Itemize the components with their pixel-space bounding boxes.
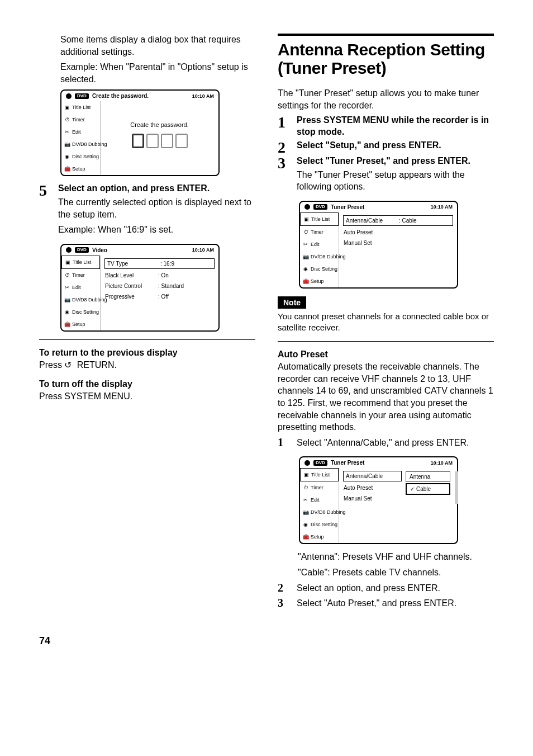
sidebar-label: Title List bbox=[73, 259, 91, 265]
page-number: 74 bbox=[39, 635, 494, 647]
disc-icon: ◉ bbox=[64, 309, 70, 315]
setup-icon: 🧰 bbox=[64, 322, 70, 327]
timer-icon: ⏱ bbox=[302, 229, 309, 235]
screenshot-sidebar: ▣Title List ⏱Timer ✂Edit 📷DV/D8 Dubbing … bbox=[61, 256, 101, 330]
step-desc: The "Tuner Preset" setup appears with th… bbox=[297, 169, 494, 193]
screenshot-tuner-preset: DVD Tuner Preset 10:10 AM ▣Title List ⏱T… bbox=[299, 201, 458, 289]
sidebar-label: Edit bbox=[311, 497, 320, 503]
step-2: 2 Select "Setup," and press ENTER. bbox=[278, 140, 494, 155]
sidebar-label: Setup bbox=[311, 278, 324, 284]
screenshot-tuner-options: DVD Tuner Preset 10:10 AM ▣Title List ⏱T… bbox=[299, 456, 458, 544]
row-label: Progressive bbox=[105, 294, 158, 300]
auto-note-1: "Antenna": Presets VHF and UHF channels. bbox=[298, 551, 494, 563]
step-title: Press SYSTEM MENU while the recorder is … bbox=[297, 115, 494, 138]
sidebar-label: Disc Setting bbox=[72, 309, 99, 315]
separator bbox=[39, 339, 255, 340]
check-icon: ✓ bbox=[410, 486, 415, 492]
step-number: 1 bbox=[278, 437, 290, 448]
sidebar-label: Disc Setting bbox=[311, 522, 337, 527]
auto-note-2: "Cable": Presets cable TV channels. bbox=[298, 566, 494, 579]
separator bbox=[278, 341, 494, 342]
sidebar-label: Title List bbox=[72, 105, 91, 110]
off-text: Press SYSTEM MENU. bbox=[39, 390, 255, 403]
return-icon: ↺ bbox=[64, 359, 74, 371]
sidebar-label: Timer bbox=[72, 117, 85, 122]
off-heading: To turn off the display bbox=[39, 379, 255, 389]
screenshot-video: DVD Video 10:10 AM ▣Title List ⏱Timer ✂E… bbox=[60, 244, 220, 332]
step-text: Select "Antenna/Cable," and press ENTER. bbox=[297, 437, 494, 449]
step-3: 3 Select "Tuner Preset," and press ENTER… bbox=[278, 155, 494, 196]
screenshot-time: 10:10 AM bbox=[192, 93, 214, 99]
disc-icon: ◉ bbox=[64, 154, 70, 159]
dubbing-icon: 📷 bbox=[64, 141, 70, 147]
note-text: You cannot preset channels for a connect… bbox=[278, 311, 494, 334]
screenshot-title: Tuner Preset bbox=[331, 204, 364, 210]
screenshot-create-password: DVD Create the password. 10:10 AM ▣Title… bbox=[60, 89, 220, 176]
dubbing-icon: 📷 bbox=[302, 509, 309, 515]
screenshot-title: Create the password. bbox=[92, 93, 149, 99]
auto-step-3: 3 Select "Auto Preset," and press ENTER. bbox=[278, 597, 494, 613]
step-number: 1 bbox=[278, 115, 290, 130]
sidebar-label: Timer bbox=[311, 485, 323, 490]
screenshot-sidebar: ▣Title List ⏱Timer ✂Edit 📷DV/D8 Dubbing … bbox=[61, 101, 101, 175]
dubbing-icon: 📷 bbox=[64, 297, 70, 303]
row-value: : Cable bbox=[399, 218, 450, 224]
step-desc: The currently selected option is display… bbox=[58, 196, 255, 220]
sidebar-label: Setup bbox=[311, 534, 324, 540]
row-label: Manual Set bbox=[344, 240, 397, 246]
row-value: : 16:9 bbox=[160, 261, 212, 267]
section-rule bbox=[278, 34, 494, 36]
main-heading: Antenna Reception Setting (Tuner Preset) bbox=[278, 40, 494, 77]
page-columns: Some items display a dialog box that req… bbox=[39, 34, 494, 613]
screenshot-time: 10:10 AM bbox=[192, 247, 214, 253]
screenshot-time: 10:10 AM bbox=[431, 204, 453, 210]
password-boxes bbox=[132, 134, 188, 148]
row-value: : Standard bbox=[158, 283, 214, 289]
edit-icon: ✂ bbox=[302, 497, 309, 503]
screenshot-time: 10:10 AM bbox=[431, 460, 453, 466]
step-title: Select "Setup," and press ENTER. bbox=[297, 140, 494, 152]
row-value: : Off bbox=[158, 294, 214, 300]
sidebar-label: Edit bbox=[311, 242, 320, 247]
setup-icon: 🧰 bbox=[64, 166, 70, 172]
dvd-badge: DVD bbox=[75, 93, 89, 99]
row-label: Antenna/Cable bbox=[346, 473, 399, 479]
screenshot-sidebar: ▣Title List ⏱Timer ✂Edit 📷DV/D8 Dubbing … bbox=[300, 468, 339, 543]
rec-dot-icon bbox=[66, 93, 72, 99]
left-column: Some items display a dialog box that req… bbox=[39, 34, 255, 613]
step-5: 5 Select an option, and press ENTER. The… bbox=[39, 183, 255, 239]
sidebar-label: Timer bbox=[311, 229, 323, 235]
edit-icon: ✂ bbox=[64, 285, 70, 290]
sidebar-label: Title List bbox=[311, 472, 330, 478]
timer-icon: ⏱ bbox=[64, 117, 70, 122]
password-prompt: Create the password. bbox=[130, 121, 189, 128]
return-heading: To return to the previous display bbox=[39, 348, 255, 358]
screenshot-title: Video bbox=[92, 247, 107, 253]
intro-text-1: Some items display a dialog box that req… bbox=[60, 34, 255, 58]
timer-icon: ⏱ bbox=[302, 485, 309, 490]
row-label: Auto Preset bbox=[344, 485, 397, 491]
title-list-icon: ▣ bbox=[303, 472, 310, 478]
sidebar-label: Disc Setting bbox=[72, 154, 99, 159]
sidebar-label: Title List bbox=[311, 216, 330, 222]
step-number: 2 bbox=[278, 582, 290, 593]
step-number: 2 bbox=[278, 140, 290, 155]
sidebar-label: Disc Setting bbox=[311, 266, 337, 272]
screenshot-sidebar: ▣Title List ⏱Timer ✂Edit 📷DV/D8 Dubbing … bbox=[300, 212, 339, 287]
auto-text: Automatically presets the receivable cha… bbox=[278, 361, 494, 433]
step-1: 1 Press SYSTEM MENU while the recorder i… bbox=[278, 115, 494, 140]
rec-dot-icon bbox=[304, 460, 310, 466]
title-list-icon: ▣ bbox=[64, 105, 70, 110]
row-label: Manual Set bbox=[344, 495, 397, 502]
setup-icon: 🧰 bbox=[302, 534, 309, 540]
sidebar-label: Setup bbox=[72, 322, 85, 327]
return-text: Press ↺ RETURN. bbox=[39, 359, 255, 371]
title-list-icon: ▣ bbox=[303, 216, 310, 222]
sidebar-label: Setup bbox=[72, 166, 85, 172]
auto-step-1: 1 Select "Antenna/Cable," and press ENTE… bbox=[278, 437, 494, 452]
step-desc-2: Example: When "16:9" is set. bbox=[58, 224, 255, 236]
option-antenna: Antenna bbox=[406, 471, 450, 482]
step-number: 5 bbox=[39, 183, 51, 199]
dvd-badge: DVD bbox=[75, 247, 89, 253]
dvd-badge: DVD bbox=[313, 460, 327, 466]
